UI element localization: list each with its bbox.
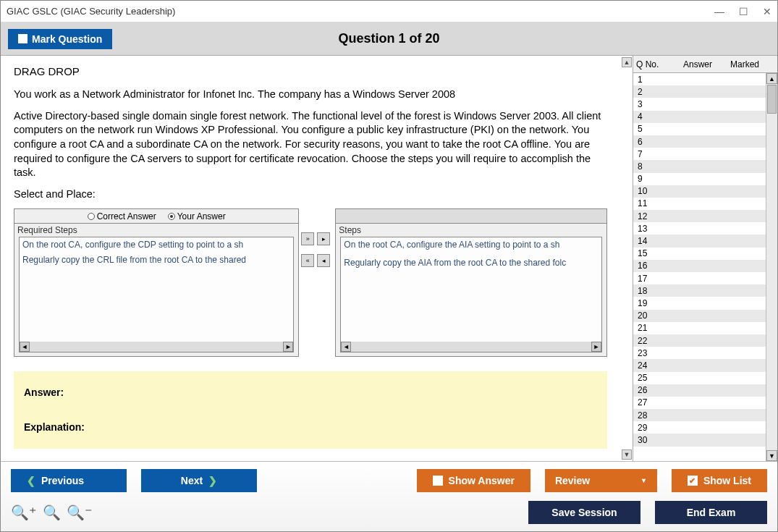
previous-button[interactable]: ❮Previous: [11, 469, 127, 492]
list-item[interactable]: On the root CA, configure the AIA settin…: [341, 237, 601, 252]
zoom-reset-icon[interactable]: 🔍: [43, 504, 61, 521]
close-icon[interactable]: ✕: [763, 6, 771, 17]
question-row[interactable]: 11: [633, 198, 777, 210]
mark-question-button[interactable]: Mark Question: [8, 29, 112, 49]
answer-box: Answer: Explanation:: [14, 371, 607, 448]
question-row[interactable]: 10: [633, 185, 777, 198]
scroll-left-icon[interactable]: ◄: [20, 342, 30, 352]
scroll-right-icon[interactable]: ►: [591, 342, 601, 352]
question-row[interactable]: 28: [633, 409, 777, 421]
drag-drop-area: Correct Answer Your Answer Required Step…: [14, 208, 607, 357]
window-title: GIAC GSLC (GIAC Security Leadership): [7, 6, 175, 17]
question-row[interactable]: 17: [633, 272, 777, 284]
show-answer-button[interactable]: Show Answer: [417, 469, 530, 492]
footer: ❮Previous Next❯ Show Answer Review▼ ✔Sho…: [1, 462, 777, 531]
steps-header: Steps: [336, 224, 606, 237]
checkbox-icon: [433, 476, 443, 486]
chevron-down-icon: ▼: [640, 477, 647, 484]
required-steps-list[interactable]: On the root CA, configure the CDP settin…: [19, 237, 294, 352]
required-steps-header: Required Steps: [14, 224, 298, 237]
question-row[interactable]: 2: [633, 85, 777, 98]
question-type: DRAG DROP: [14, 64, 615, 79]
question-row[interactable]: 9: [633, 173, 777, 185]
question-row[interactable]: 1: [633, 73, 777, 85]
move-right-all-button[interactable]: »: [301, 232, 314, 245]
scroll-down-icon[interactable]: ▼: [622, 449, 632, 460]
end-exam-button[interactable]: End Exam: [655, 501, 767, 524]
col-answer: Answer: [683, 59, 730, 69]
question-row[interactable]: 7: [633, 148, 777, 160]
checkbox-checked-icon: ✔: [688, 476, 698, 486]
question-row[interactable]: 20: [633, 310, 777, 322]
maximize-icon[interactable]: ☐: [739, 6, 748, 17]
question-row[interactable]: 3: [633, 98, 777, 110]
steps-list[interactable]: On the root CA, configure the AIA settin…: [340, 237, 602, 352]
move-left-button[interactable]: ◂: [317, 254, 330, 267]
question-row[interactable]: 13: [633, 222, 777, 235]
question-row[interactable]: 30: [633, 434, 777, 446]
question-row[interactable]: 4: [633, 111, 777, 123]
scroll-down-icon[interactable]: ▼: [766, 450, 777, 461]
header-band: Mark Question Question 1 of 20: [1, 22, 777, 56]
zoom-in-icon[interactable]: 🔍⁺: [11, 504, 37, 521]
zoom-out-icon[interactable]: 🔍⁻: [67, 504, 93, 521]
list-item[interactable]: Regularly copy the CRL file from the roo…: [20, 253, 293, 267]
explanation-label: Explanation:: [24, 421, 597, 434]
app-window: GIAC GSLC (GIAC Security Leadership) — ☐…: [0, 0, 778, 532]
question-row[interactable]: 6: [633, 135, 777, 148]
minimize-icon[interactable]: —: [714, 6, 724, 17]
move-right-button[interactable]: ▸: [317, 232, 330, 245]
question-row[interactable]: 29: [633, 421, 777, 434]
question-row[interactable]: 26: [633, 384, 777, 397]
scroll-left-icon[interactable]: ◄: [341, 342, 351, 352]
review-button[interactable]: Review▼: [545, 469, 657, 492]
question-row[interactable]: 16: [633, 260, 777, 272]
answer-label: Answer:: [24, 387, 64, 398]
question-list-panel: Q No. Answer Marked 12345678910111213141…: [633, 56, 777, 461]
question-row[interactable]: 23: [633, 347, 777, 359]
checkbox-icon: [18, 34, 28, 43]
radio-correct-answer[interactable]: Correct Answer: [88, 211, 156, 222]
question-row[interactable]: 19: [633, 297, 777, 309]
titlebar: GIAC GSLC (GIAC Security Leadership) — ☐…: [1, 1, 777, 22]
mark-question-label: Mark Question: [32, 33, 102, 45]
list-item[interactable]: On the root CA, configure the CDP settin…: [20, 237, 293, 252]
question-row[interactable]: 24: [633, 359, 777, 371]
save-session-button[interactable]: Save Session: [528, 501, 640, 524]
list-item[interactable]: Regularly copy the AIA from the root CA …: [341, 256, 601, 270]
col-qno: Q No.: [636, 59, 683, 69]
show-list-button[interactable]: ✔Show List: [672, 469, 767, 492]
question-row[interactable]: 8: [633, 160, 777, 172]
question-counter: Question 1 of 20: [338, 31, 439, 46]
question-row[interactable]: 14: [633, 235, 777, 247]
scroll-up-icon[interactable]: ▲: [622, 57, 632, 67]
question-intro: You work as a Network Administrator for …: [14, 88, 615, 102]
question-row[interactable]: 12: [633, 210, 777, 222]
select-place-label: Select and Place:: [14, 187, 615, 202]
move-left-all-button[interactable]: «: [301, 254, 314, 267]
col-marked: Marked: [730, 59, 777, 69]
scroll-thumb[interactable]: [767, 85, 777, 114]
question-row[interactable]: 15: [633, 248, 777, 260]
question-row[interactable]: 22: [633, 334, 777, 347]
question-body: Active Directory-based single domain sin…: [14, 109, 615, 180]
scroll-right-icon[interactable]: ►: [283, 342, 293, 352]
next-button[interactable]: Next❯: [141, 469, 257, 492]
scroll-up-icon[interactable]: ▲: [766, 73, 777, 84]
question-row[interactable]: 18: [633, 284, 777, 297]
question-row[interactable]: 5: [633, 123, 777, 135]
question-row[interactable]: 25: [633, 372, 777, 384]
question-row[interactable]: 27: [633, 397, 777, 409]
question-row[interactable]: 21: [633, 322, 777, 334]
question-content: DRAG DROP You work as a Network Administ…: [1, 56, 633, 461]
radio-your-answer[interactable]: Your Answer: [168, 211, 226, 222]
